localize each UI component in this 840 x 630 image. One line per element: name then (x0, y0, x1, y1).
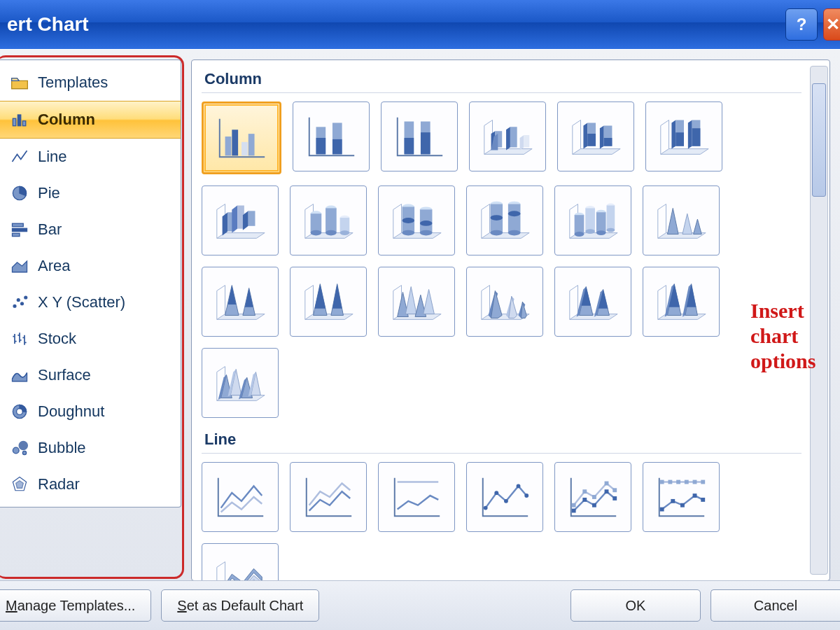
bar-chart-icon (10, 220, 29, 239)
svg-point-9 (21, 302, 24, 305)
svg-rect-81 (668, 480, 672, 484)
chart-subtype-thumb[interactable] (378, 267, 455, 337)
button-label: Cancel (754, 598, 797, 614)
svg-rect-29 (311, 214, 322, 232)
chart-subtype-thumb[interactable] (643, 267, 720, 337)
svg-point-30 (311, 230, 322, 236)
chart-subtype-thumb[interactable] (554, 462, 631, 532)
chart-subtype-thumb[interactable] (290, 462, 367, 532)
sidebar-item-bar[interactable]: Bar (0, 211, 181, 248)
chart-subtype-thumb[interactable] (293, 102, 370, 172)
close-icon: ✕ (826, 15, 840, 34)
chart-subtype-thumb[interactable] (643, 186, 720, 255)
sidebar-item-area[interactable]: Area (0, 248, 181, 284)
svg-point-43 (420, 220, 433, 226)
svg-rect-70 (572, 509, 576, 513)
sidebar-item-label: Surface (38, 366, 91, 384)
chart-subtype-thumb[interactable] (645, 102, 722, 172)
dialog-body: Templates Column Line Pie Bar Area X Y (… (0, 49, 840, 581)
svg-rect-78 (605, 482, 609, 486)
svg-point-47 (491, 215, 503, 220)
chart-subtype-thumb[interactable] (202, 462, 279, 532)
chart-subtype-thumb[interactable] (466, 267, 543, 337)
chart-subtype-thumb[interactable] (469, 102, 546, 172)
chart-subtype-thumb[interactable] (554, 267, 631, 337)
svg-rect-90 (701, 498, 705, 502)
svg-point-48 (491, 230, 503, 236)
chart-subtype-thumb[interactable] (466, 462, 543, 532)
sidebar-item-radar[interactable]: Radar (0, 466, 181, 503)
sidebar-item-doughnut[interactable]: Doughnut (0, 393, 181, 430)
chart-subtype-thumb[interactable] (557, 102, 634, 172)
sidebar-item-line[interactable]: Line (0, 139, 181, 175)
scatter-chart-icon (10, 293, 29, 312)
chart-category-sidebar: Templates Column Line Pie Bar Area X Y (… (0, 59, 181, 507)
svg-rect-74 (612, 496, 617, 500)
svg-rect-72 (592, 503, 596, 507)
gallery-section-column (202, 93, 822, 426)
svg-rect-4 (13, 223, 24, 226)
sidebar-item-bubble[interactable]: Bubble (0, 430, 181, 466)
svg-rect-71 (582, 498, 587, 502)
sidebar-item-templates[interactable]: Templates (0, 64, 181, 101)
chart-subtype-thumb[interactable] (202, 186, 279, 255)
close-button[interactable]: ✕ (823, 8, 840, 41)
sidebar-item-label: Area (38, 257, 70, 275)
set-default-chart-button[interactable]: Set as Default Chart (161, 589, 319, 622)
svg-rect-73 (605, 489, 609, 493)
chart-subtype-thumb[interactable] (290, 267, 367, 337)
chart-subtype-thumb[interactable] (554, 186, 631, 255)
help-button[interactable]: ? (785, 8, 818, 41)
svg-rect-88 (680, 503, 685, 507)
dialog-footer: Manage Templates... Set as Default Chart… (0, 580, 840, 630)
sidebar-item-label: Column (38, 111, 95, 129)
chart-subtype-thumb[interactable] (202, 543, 279, 581)
svg-point-40 (402, 230, 415, 236)
svg-rect-76 (582, 489, 587, 493)
area-chart-icon (10, 256, 29, 276)
chart-subtype-thumb[interactable] (378, 186, 455, 255)
button-label: Set as Default Chart (177, 598, 303, 614)
sidebar-item-stock[interactable]: Stock (0, 321, 181, 357)
svg-point-64 (607, 228, 615, 232)
svg-rect-54 (575, 215, 584, 234)
svg-rect-25 (405, 138, 414, 154)
chart-subtype-thumb[interactable] (202, 267, 279, 337)
button-label: Manage Templates... (6, 598, 135, 614)
chart-subtype-thumb[interactable] (378, 462, 455, 532)
help-icon: ? (797, 15, 807, 34)
scrollbar-thumb[interactable] (812, 83, 826, 197)
sidebar-item-label: Bubble (38, 439, 86, 457)
pie-chart-icon (10, 183, 29, 203)
svg-rect-27 (421, 132, 430, 154)
svg-rect-21 (316, 138, 326, 154)
svg-rect-63 (607, 206, 615, 230)
sidebar-item-x-y-scatter-[interactable]: X Y (Scatter) (0, 284, 181, 321)
svg-rect-18 (241, 142, 248, 156)
gallery-scrollbar[interactable] (810, 66, 828, 575)
chart-subtype-thumb[interactable] (290, 186, 367, 255)
chart-subtype-thumb[interactable] (381, 102, 458, 172)
sidebar-item-pie[interactable]: Pie (0, 175, 181, 211)
folder-icon (10, 73, 29, 92)
chart-subtype-thumb[interactable] (466, 186, 543, 255)
sidebar-item-column[interactable]: Column (0, 101, 181, 139)
chart-subtype-thumb[interactable] (202, 348, 279, 418)
gallery-section-line (202, 454, 822, 581)
svg-point-33 (326, 230, 337, 236)
cancel-button[interactable]: Cancel (710, 589, 840, 622)
ok-button[interactable]: OK (570, 589, 701, 622)
sidebar-item-surface[interactable]: Surface (0, 357, 181, 393)
svg-rect-0 (13, 118, 15, 126)
chart-subtype-thumb[interactable] (202, 102, 281, 174)
svg-point-67 (504, 499, 508, 503)
chart-subtype-thumb[interactable] (643, 462, 720, 532)
dialog-titlebar: ert Chart ? ✕ (0, 0, 840, 50)
svg-point-7 (13, 304, 16, 307)
button-label: OK (626, 598, 646, 614)
chart-subtype-gallery: Insert chart options ColumnLinePie (191, 59, 830, 581)
svg-rect-57 (585, 208, 595, 231)
stock-chart-icon (10, 329, 29, 349)
manage-templates-button[interactable]: Manage Templates... (0, 589, 151, 622)
svg-rect-17 (232, 130, 238, 155)
